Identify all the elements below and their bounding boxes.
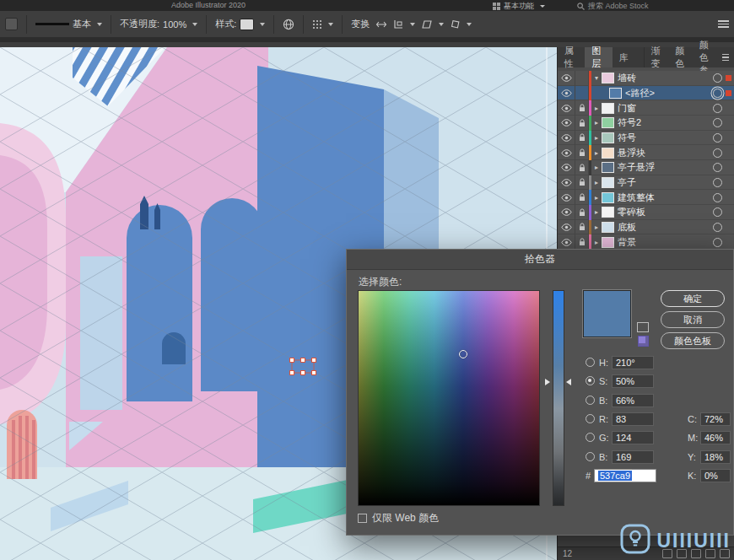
lock-toggle[interactable]: [575, 86, 589, 101]
control-bar-menu-icon[interactable]: [718, 20, 729, 28]
expand-toggle[interactable]: ▸: [591, 190, 602, 205]
layer-target-circle[interactable]: [713, 223, 722, 232]
field-g[interactable]: 124: [612, 431, 654, 444]
visibility-toggle-eye-icon[interactable]: [558, 160, 575, 175]
layer-name[interactable]: 亭子悬浮: [618, 161, 655, 174]
layer-thumbnail[interactable]: [602, 117, 614, 128]
rotate-options-dropdown[interactable]: [450, 19, 472, 30]
lock-toggle-lock-icon[interactable]: [575, 100, 589, 116]
layer-row[interactable]: ▸亭子悬浮: [558, 160, 734, 175]
layer-row[interactable]: ▾墙砖: [558, 71, 734, 86]
layer-thumbnail[interactable]: [602, 148, 614, 159]
hex-field[interactable]: 537ca9: [594, 469, 656, 482]
layer-row[interactable]: ▸符号2: [558, 116, 734, 131]
opacity-value[interactable]: 100%: [163, 19, 186, 30]
visibility-toggle-eye-icon[interactable]: [558, 71, 575, 86]
radio-r[interactable]: [586, 414, 595, 423]
layer-name[interactable]: <路径>: [625, 87, 655, 100]
add-to-swatches-icon[interactable]: [637, 322, 649, 332]
field-b[interactable]: 66%: [612, 394, 654, 407]
dialog-title[interactable]: 拾色器: [347, 250, 733, 270]
layer-name[interactable]: 零碎板: [618, 206, 645, 218]
radio-g[interactable]: [586, 433, 595, 442]
lock-toggle-lock-icon[interactable]: [575, 160, 589, 175]
layer-target-circle[interactable]: [713, 133, 722, 143]
visibility-toggle-eye-icon[interactable]: [558, 220, 575, 235]
visibility-toggle-eye-icon[interactable]: [558, 86, 575, 101]
layer-name[interactable]: 符号2: [618, 116, 641, 129]
align-options-dropdown[interactable]: [393, 19, 415, 30]
cancel-button[interactable]: 取消: [661, 311, 725, 328]
layer-row[interactable]: ▸建筑整体: [558, 190, 734, 205]
visibility-toggle-eye-icon[interactable]: [558, 131, 575, 146]
expand-toggle[interactable]: ▸: [591, 160, 602, 175]
saturation-slider[interactable]: [553, 290, 564, 506]
layer-row[interactable]: ▸悬浮块: [558, 145, 734, 160]
visibility-toggle-eye-icon[interactable]: [558, 175, 575, 191]
tab-libraries[interactable]: 库: [613, 47, 635, 67]
layer-target-circle[interactable]: [713, 238, 722, 247]
layer-target-circle[interactable]: [713, 148, 722, 158]
field-y[interactable]: 18%: [700, 450, 731, 464]
layer-name[interactable]: 底板: [618, 221, 636, 234]
layer-name[interactable]: 门窗: [618, 102, 636, 115]
style-swatch[interactable]: [240, 19, 254, 30]
layer-name[interactable]: 悬浮块: [618, 147, 645, 159]
slider-arrow-left-icon[interactable]: [545, 379, 550, 385]
expand-toggle[interactable]: ▸: [591, 234, 602, 250]
opacity-control[interactable]: 不透明度: 100%: [120, 18, 197, 30]
expand-toggle[interactable]: ▾: [591, 71, 602, 86]
layer-thumbnail[interactable]: [602, 222, 614, 233]
field-b2[interactable]: 169: [612, 450, 654, 464]
layer-thumbnail[interactable]: [602, 103, 614, 114]
layer-name[interactable]: 符号: [618, 132, 636, 144]
visibility-toggle-eye-icon[interactable]: [558, 205, 575, 220]
expand-toggle[interactable]: ▸: [591, 131, 602, 146]
lock-toggle-lock-icon[interactable]: [575, 145, 589, 160]
style-dropdown[interactable]: 样式:: [215, 18, 265, 30]
layer-thumbnail[interactable]: [602, 192, 614, 203]
radio-b[interactable]: [586, 396, 595, 405]
layer-row[interactable]: ▸零碎板: [558, 205, 734, 220]
layer-target-circle[interactable]: [713, 193, 722, 202]
visibility-toggle-eye-icon[interactable]: [558, 116, 575, 131]
expand-toggle[interactable]: ▸: [591, 100, 602, 116]
layer-thumbnail[interactable]: [602, 132, 614, 143]
expand-toggle[interactable]: ▸: [591, 145, 602, 160]
lock-toggle-lock-icon[interactable]: [575, 220, 589, 235]
lock-toggle-lock-icon[interactable]: [575, 175, 589, 191]
tab-layers[interactable]: 图层: [585, 47, 612, 67]
layer-target-circle[interactable]: [713, 104, 722, 113]
layer-row[interactable]: ▸门窗: [558, 100, 734, 116]
layer-name[interactable]: 亭子: [618, 176, 636, 189]
tab-gradient[interactable]: 渐变: [645, 47, 669, 67]
color-field[interactable]: [358, 290, 540, 506]
panel-menu-icon[interactable]: [722, 54, 729, 62]
tab-color[interactable]: 颜色: [668, 47, 693, 67]
stroke-profile-dropdown[interactable]: 基本: [35, 18, 102, 30]
layer-row[interactable]: ▸亭子: [558, 175, 734, 191]
visibility-toggle-eye-icon[interactable]: [558, 100, 575, 116]
document-setup-button[interactable]: [283, 19, 294, 30]
layer-row[interactable]: <路径>: [558, 86, 734, 101]
layer-thumbnail[interactable]: [602, 237, 614, 248]
field-s[interactable]: 50%: [612, 374, 654, 388]
lock-toggle-lock-icon[interactable]: [575, 234, 589, 250]
layer-target-circle[interactable]: [713, 118, 722, 127]
visibility-toggle-eye-icon[interactable]: [558, 234, 575, 250]
lock-toggle-lock-icon[interactable]: [575, 205, 589, 220]
visibility-toggle-eye-icon[interactable]: [558, 145, 575, 160]
shear-options-dropdown[interactable]: [421, 19, 444, 30]
radio-s[interactable]: [586, 376, 595, 385]
layer-thumbnail[interactable]: [602, 162, 614, 173]
web-color-cube-icon[interactable]: [638, 336, 649, 347]
layer-target-circle[interactable]: [713, 207, 722, 217]
toolbar-chip-icon[interactable]: [5, 18, 18, 30]
layer-thumbnail[interactable]: [602, 207, 614, 218]
tab-color-guide[interactable]: 颜色参: [693, 47, 722, 67]
layer-target-circle[interactable]: [713, 89, 722, 98]
lock-toggle-lock-icon[interactable]: [575, 131, 589, 146]
layer-name[interactable]: 建筑整体: [618, 191, 655, 204]
expand-toggle[interactable]: ▸: [591, 205, 602, 220]
field-c[interactable]: 72%: [700, 412, 731, 426]
